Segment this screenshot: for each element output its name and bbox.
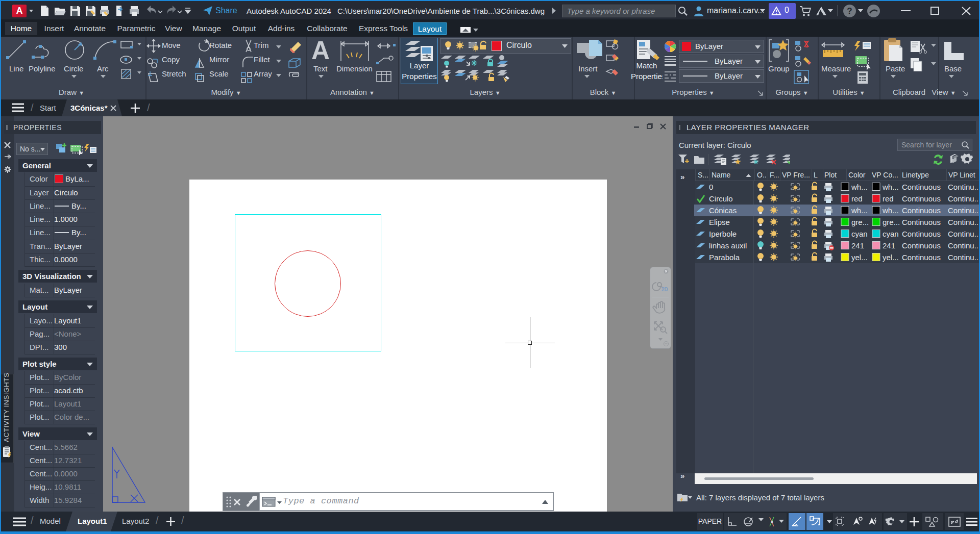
svg-text:2D: 2D bbox=[662, 287, 668, 292]
